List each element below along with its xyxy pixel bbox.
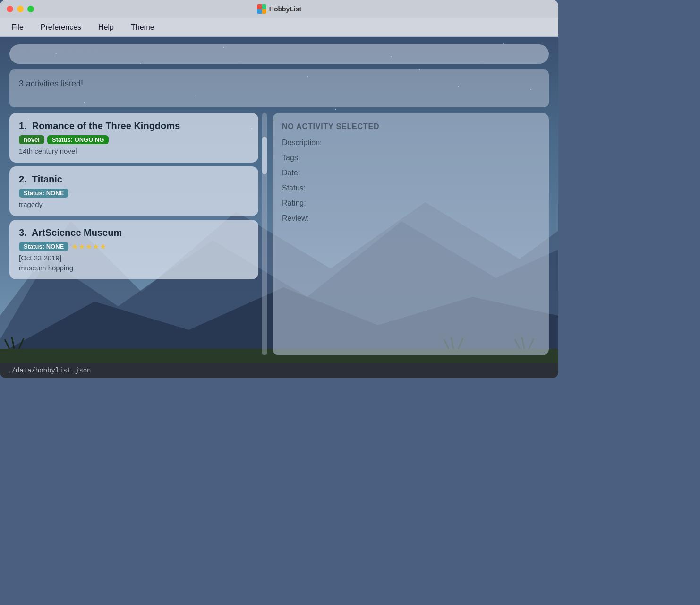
detail-rating-label: Rating: <box>282 199 539 207</box>
activity-title-2: 2. Titanic <box>19 174 249 185</box>
detail-tags-label: Tags: <box>282 154 539 162</box>
activity-rating-3: ★ ★ ★ ★ ★ <box>71 242 106 251</box>
activity-desc-1: 14th century novel <box>19 147 249 155</box>
tag-status-3: Status: NONE <box>19 242 68 251</box>
scrollbar-thumb[interactable] <box>262 137 267 174</box>
scrollbar-track[interactable] <box>262 113 267 355</box>
info-text: 3 activities listed! <box>19 79 83 88</box>
detail-date-label: Date: <box>282 169 539 177</box>
app-name-label: HobbyList <box>269 5 301 13</box>
maximize-button[interactable] <box>27 6 34 12</box>
no-activity-selected-label: NO ACTIVITY SELECTED <box>282 122 539 131</box>
activity-desc-2: tragedy <box>19 200 249 208</box>
window-controls <box>7 6 34 12</box>
activity-title-3: 3. ArtScience Museum <box>19 227 249 238</box>
list-scroll-area: 1. Romance of the Three Kingdoms novel S… <box>9 113 267 355</box>
app-title: HobbyList <box>257 4 301 14</box>
menu-help[interactable]: Help <box>94 21 118 34</box>
status-bar: ./data/hobbylist.json <box>0 363 558 378</box>
tag-status-1: Status: ONGOING <box>47 135 109 144</box>
activity-date-3: [Oct 23 2019] <box>19 254 249 262</box>
activity-list: 1. Romance of the Three Kingdoms novel S… <box>9 113 262 355</box>
content-area: 1. Romance of the Three Kingdoms novel S… <box>9 113 549 355</box>
activity-desc-3: museum hopping <box>19 264 249 272</box>
menu-theme[interactable]: Theme <box>127 21 158 34</box>
tag-novel-1: novel <box>19 135 44 144</box>
activity-card-1[interactable]: 1. Romance of the Three Kingdoms novel S… <box>9 113 258 163</box>
detail-panel: NO ACTIVITY SELECTED Description: Tags: … <box>273 113 549 355</box>
command-input-wrapper[interactable] <box>9 44 549 64</box>
menu-preferences[interactable]: Preferences <box>37 21 85 34</box>
activity-card-3[interactable]: 3. ArtScience Museum Status: NONE ★ ★ ★ … <box>9 220 258 279</box>
app-icon <box>257 4 266 14</box>
minimize-button[interactable] <box>17 6 24 12</box>
ui-overlay: 3 activities listed! 1. Romance of the T… <box>0 37 558 363</box>
title-bar: HobbyList <box>0 0 558 18</box>
main-area: 3 activities listed! 1. Romance of the T… <box>0 37 558 363</box>
activity-tags-2: Status: NONE <box>19 189 249 198</box>
detail-review-label: Review: <box>282 214 539 223</box>
tag-status-2: Status: NONE <box>19 189 68 198</box>
activity-tags-3: Status: NONE ★ ★ ★ ★ ★ <box>19 242 249 251</box>
close-button[interactable] <box>7 6 13 12</box>
activity-tags-1: novel Status: ONGOING <box>19 135 249 144</box>
detail-description-label: Description: <box>282 138 539 147</box>
menu-file[interactable]: File <box>8 21 27 34</box>
command-input[interactable] <box>19 49 539 59</box>
menu-bar: File Preferences Help Theme <box>0 18 558 37</box>
detail-status-label: Status: <box>282 184 539 192</box>
info-box: 3 activities listed! <box>9 69 549 107</box>
activity-title-1: 1. Romance of the Three Kingdoms <box>19 121 249 131</box>
activity-card-2[interactable]: 2. Titanic Status: NONE tragedy <box>9 166 258 216</box>
status-path: ./data/hobbylist.json <box>8 367 91 374</box>
